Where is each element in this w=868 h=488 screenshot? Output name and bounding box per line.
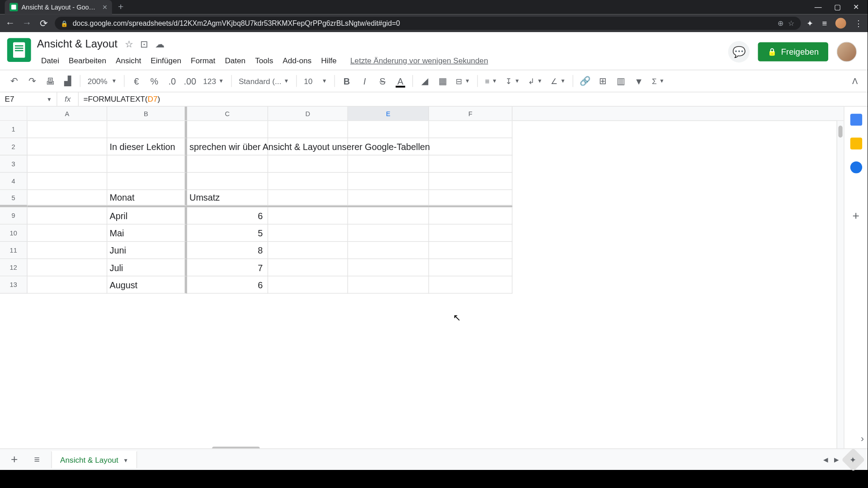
cell[interactable] bbox=[268, 190, 348, 205]
redo-button[interactable]: ↷ bbox=[24, 73, 41, 89]
profile-avatar-small[interactable] bbox=[835, 18, 846, 29]
cell[interactable]: 6 bbox=[187, 207, 268, 225]
vertical-align-button[interactable]: ↧▼ bbox=[502, 73, 523, 89]
row-header[interactable]: 2 bbox=[0, 138, 28, 155]
reload-button[interactable]: ⟳ bbox=[38, 18, 49, 29]
cell[interactable] bbox=[348, 259, 429, 276]
cell[interactable] bbox=[348, 155, 429, 173]
cell[interactable] bbox=[28, 207, 108, 225]
cell[interactable] bbox=[429, 277, 513, 294]
fill-color-button[interactable]: ◢ bbox=[416, 73, 433, 89]
cell[interactable] bbox=[348, 225, 429, 242]
borders-button[interactable]: ▦ bbox=[434, 73, 451, 89]
select-all-corner[interactable] bbox=[0, 107, 28, 121]
cloud-status-icon[interactable]: ☁ bbox=[155, 38, 165, 50]
cell[interactable] bbox=[28, 138, 108, 155]
cell[interactable]: Mai bbox=[107, 225, 187, 242]
row-header[interactable]: 13 bbox=[0, 277, 28, 294]
row-header[interactable]: 4 bbox=[0, 173, 28, 190]
cell[interactable] bbox=[28, 173, 108, 190]
column-header-d[interactable]: D bbox=[268, 107, 348, 120]
cell[interactable] bbox=[28, 190, 108, 205]
cell[interactable]: August bbox=[107, 277, 187, 294]
paint-format-button[interactable]: ▟ bbox=[60, 73, 76, 89]
menu-datei[interactable]: Datei bbox=[37, 54, 63, 67]
print-button[interactable]: 🖶 bbox=[42, 73, 58, 89]
cell[interactable] bbox=[429, 190, 513, 205]
cell[interactable] bbox=[187, 173, 268, 190]
horizontal-align-button[interactable]: ≡▼ bbox=[481, 73, 501, 89]
cell[interactable] bbox=[268, 225, 348, 242]
cell[interactable] bbox=[28, 121, 108, 138]
merge-cells-button[interactable]: ⊟▼ bbox=[452, 73, 473, 89]
cell[interactable]: Juli bbox=[107, 259, 187, 276]
cell[interactable] bbox=[268, 259, 348, 276]
row-header[interactable]: 11 bbox=[0, 242, 28, 259]
italic-button[interactable]: I bbox=[356, 73, 373, 89]
menu-format[interactable]: Format bbox=[187, 54, 220, 67]
font-size-select[interactable]: 10▼ bbox=[300, 73, 330, 89]
extensions-icon[interactable]: ✦ bbox=[807, 19, 814, 28]
cell[interactable] bbox=[429, 259, 513, 276]
cell[interactable] bbox=[268, 121, 348, 138]
insert-link-button[interactable]: 🔗 bbox=[577, 73, 594, 89]
document-title[interactable]: Ansicht & Layout bbox=[37, 38, 118, 51]
comments-button[interactable]: 💬 bbox=[728, 41, 750, 62]
cell[interactable] bbox=[107, 155, 187, 173]
all-sheets-button[interactable]: ≡ bbox=[28, 454, 45, 465]
cell[interactable] bbox=[107, 173, 187, 190]
cell[interactable] bbox=[187, 121, 268, 138]
cell[interactable] bbox=[187, 155, 268, 173]
share-button[interactable]: Freigeben bbox=[758, 42, 828, 61]
row-header[interactable]: 3 bbox=[0, 155, 28, 173]
cell[interactable] bbox=[348, 242, 429, 259]
text-wrap-button[interactable]: ↲▼ bbox=[524, 73, 546, 89]
expand-side-panel-button[interactable]: › bbox=[861, 433, 864, 444]
row-header[interactable]: 9 bbox=[0, 207, 28, 225]
close-window-button[interactable]: ✕ bbox=[852, 3, 860, 11]
percent-button[interactable]: % bbox=[146, 73, 163, 89]
cell[interactable]: 7 bbox=[187, 259, 268, 276]
cell-c2[interactable]: sprechen wir über Ansicht & Layout unser… bbox=[187, 138, 268, 155]
filter-button[interactable]: ▼ bbox=[631, 73, 647, 89]
menu-bearbeiten[interactable]: Bearbeiten bbox=[65, 54, 110, 67]
currency-button[interactable]: € bbox=[128, 73, 145, 89]
menu-ansicht[interactable]: Ansicht bbox=[112, 54, 146, 67]
cell[interactable]: 5 bbox=[187, 225, 268, 242]
back-button[interactable]: ← bbox=[5, 18, 16, 29]
menu-tools[interactable]: Tools bbox=[251, 54, 277, 67]
cell[interactable] bbox=[268, 207, 348, 225]
cell[interactable] bbox=[429, 155, 513, 173]
functions-button[interactable]: Σ▼ bbox=[648, 73, 668, 89]
vertical-scrollbar[interactable] bbox=[836, 121, 844, 451]
decrease-decimal-button[interactable]: .0 bbox=[164, 73, 180, 89]
cell[interactable]: 8 bbox=[187, 242, 268, 259]
cell[interactable] bbox=[28, 277, 108, 294]
cell[interactable] bbox=[268, 277, 348, 294]
menu-einfuegen[interactable]: Einfügen bbox=[146, 54, 185, 67]
cell[interactable] bbox=[268, 155, 348, 173]
minimize-button[interactable]: — bbox=[814, 3, 822, 11]
column-header-b[interactable]: B bbox=[107, 107, 187, 120]
sheet-scroll-right[interactable]: ▸ bbox=[834, 454, 839, 465]
cell[interactable] bbox=[348, 277, 429, 294]
insert-chart-button[interactable]: ▥ bbox=[613, 73, 629, 89]
menu-daten[interactable]: Daten bbox=[221, 54, 250, 67]
row-header[interactable]: 5 bbox=[0, 190, 28, 207]
cell-b5[interactable]: Monat bbox=[107, 190, 187, 205]
cell[interactable] bbox=[429, 121, 513, 138]
text-color-button[interactable]: A bbox=[392, 73, 409, 89]
cell[interactable] bbox=[28, 259, 108, 276]
star-icon[interactable]: ☆ bbox=[125, 38, 133, 50]
browser-tab[interactable]: Ansicht & Layout - Google Tabel × bbox=[5, 0, 112, 14]
text-rotation-button[interactable]: ∠▼ bbox=[547, 73, 569, 89]
cell[interactable]: Juni bbox=[107, 242, 187, 259]
cell[interactable]: April bbox=[107, 207, 187, 225]
cell[interactable] bbox=[429, 173, 513, 190]
row-header[interactable]: 1 bbox=[0, 121, 28, 138]
menu-hilfe[interactable]: Hilfe bbox=[317, 54, 341, 67]
cell[interactable] bbox=[429, 207, 513, 225]
sheet-tab-active[interactable]: Ansicht & Layout ▼ bbox=[51, 451, 137, 468]
cell[interactable] bbox=[429, 225, 513, 242]
move-icon[interactable]: ⊡ bbox=[140, 38, 148, 50]
